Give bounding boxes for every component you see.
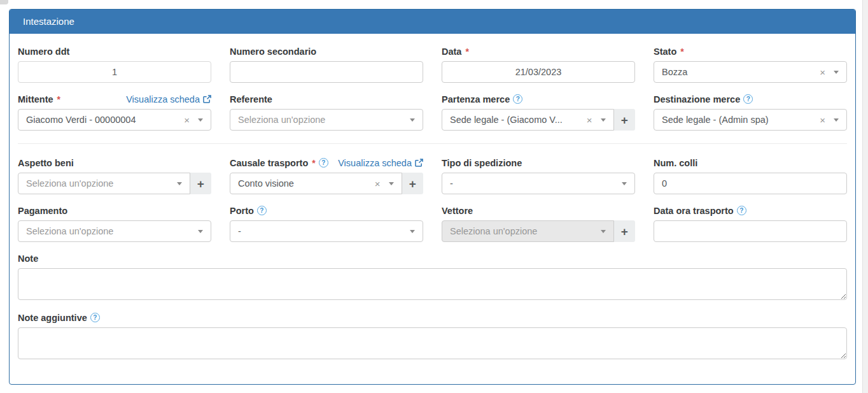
mittente-select-value: Giacomo Verdi - 00000004 (26, 115, 179, 125)
help-icon[interactable]: ? (90, 313, 100, 322)
aspetto-beni-select[interactable]: Seleziona un'opzione (18, 173, 190, 194)
external-link-icon (415, 159, 423, 167)
help-icon[interactable]: ? (737, 206, 746, 215)
intestazione-panel: Intestazione Numero ddt Numero secondari… (9, 9, 856, 385)
aspetto-beni-label: Aspetto beni (18, 158, 74, 168)
partenza-merce-add-button[interactable]: + (614, 109, 635, 131)
caret-down-icon (622, 182, 627, 185)
causale-trasporto-visualizza-scheda-link[interactable]: Visualizza scheda (338, 158, 423, 168)
tipo-spedizione-label: Tipo di spedizione (442, 158, 522, 168)
field-partenza-merce: Partenza merce? Sede legale - (Giacomo V… (442, 94, 635, 131)
mittente-select[interactable]: Giacomo Verdi - 00000004 × (18, 109, 211, 131)
form-row-3: Aspetto beni Seleziona un'opzione + Caus… (18, 157, 847, 194)
numero-ddt-input[interactable] (18, 61, 211, 83)
caret-down-icon (834, 71, 839, 74)
destinazione-merce-select-value: Sede legale - (Admin spa) (662, 115, 815, 125)
stato-label: Stato (654, 46, 676, 57)
help-icon[interactable]: ? (319, 158, 328, 168)
causale-trasporto-select[interactable]: Conto visione × (230, 173, 402, 194)
clear-icon[interactable]: × (820, 115, 825, 125)
field-destinazione-merce: Destinazione merce? Sede legale - (Admin… (654, 94, 847, 131)
field-pagamento: Pagamento Seleziona un'opzione (18, 205, 211, 242)
field-numero-ddt: Numero ddt (18, 46, 211, 83)
data-ora-trasporto-input[interactable] (654, 220, 847, 242)
tipo-spedizione-select[interactable]: - (442, 173, 635, 194)
clear-icon[interactable]: × (587, 115, 592, 125)
caret-down-icon (389, 182, 394, 185)
clear-icon[interactable]: × (820, 68, 825, 77)
referente-label: Referente (230, 94, 272, 104)
data-label: Data (442, 46, 461, 57)
clear-icon[interactable]: × (184, 115, 190, 125)
help-icon[interactable]: ? (743, 94, 753, 104)
link-label: Visualizza scheda (126, 94, 200, 104)
vettore-add-button[interactable]: + (614, 220, 635, 242)
field-numero-secondario: Numero secondario (230, 46, 423, 83)
porto-select-value: - (238, 226, 410, 236)
field-note: Note (18, 253, 847, 300)
causale-trasporto-label: Causale trasporto (230, 158, 308, 168)
field-data-ora-trasporto: Data ora trasporto? (654, 205, 847, 242)
caret-down-icon (601, 118, 606, 122)
vettore-select: Seleziona un'opzione (442, 220, 614, 242)
section-divider (18, 143, 847, 144)
caret-down-icon (198, 118, 203, 122)
panel-body: Numero ddt Numero secondario Data* Stato… (10, 34, 855, 380)
caret-down-icon (410, 230, 415, 233)
link-label: Visualizza scheda (338, 158, 412, 168)
pagamento-label: Pagamento (18, 206, 67, 216)
causale-trasporto-add-button[interactable]: + (402, 173, 423, 194)
data-ora-trasporto-label: Data ora trasporto (654, 206, 734, 216)
required-asterisk: * (57, 94, 60, 104)
panel-title: Intestazione (10, 10, 855, 34)
vettore-label: Vettore (442, 206, 473, 216)
required-asterisk: * (680, 46, 683, 57)
caret-down-icon (834, 118, 839, 122)
mittente-visualizza-scheda-link[interactable]: Visualizza scheda (126, 94, 211, 104)
stato-select[interactable]: Bozza × (654, 61, 847, 83)
num-colli-input[interactable] (654, 173, 847, 194)
tipo-spedizione-select-value: - (450, 178, 622, 189)
destinazione-merce-label: Destinazione merce (654, 94, 740, 104)
referente-select-placeholder: Seleziona un'opzione (238, 115, 410, 125)
external-link-icon (203, 95, 211, 103)
field-data: Data* (442, 46, 635, 83)
pagamento-select-placeholder: Seleziona un'opzione (26, 226, 198, 236)
help-icon[interactable]: ? (513, 94, 522, 104)
note-aggiuntive-textarea[interactable] (18, 327, 847, 359)
num-colli-label: Num. colli (654, 158, 697, 168)
destinazione-merce-select[interactable]: Sede legale - (Admin spa) × (654, 109, 847, 131)
help-icon[interactable]: ? (257, 206, 267, 215)
field-aspetto-beni: Aspetto beni Seleziona un'opzione + (18, 157, 211, 194)
form-row-2: Mittente* Visualizza scheda Giacomo Verd… (18, 94, 847, 131)
aspetto-beni-group: Seleziona un'opzione + (18, 173, 211, 194)
aspetto-beni-add-button[interactable]: + (190, 173, 211, 194)
numero-secondario-input[interactable] (230, 61, 423, 83)
numero-secondario-label: Numero secondario (230, 46, 316, 57)
partenza-merce-select[interactable]: Sede legale - (Giacomo V... × (442, 109, 614, 131)
scrolled-element-fragment (0, 0, 8, 4)
partenza-merce-group: Sede legale - (Giacomo V... × + (442, 109, 635, 131)
field-mittente: Mittente* Visualizza scheda Giacomo Verd… (18, 94, 211, 131)
causale-trasporto-group: Conto visione × + (230, 173, 423, 194)
pagamento-select[interactable]: Seleziona un'opzione (18, 220, 211, 242)
stato-select-value: Bozza (662, 67, 815, 77)
page-scrollbar-gutter[interactable] (862, 0, 868, 393)
numero-ddt-label: Numero ddt (18, 46, 69, 57)
field-tipo-spedizione: Tipo di spedizione - (442, 157, 635, 194)
clear-icon[interactable]: × (375, 179, 381, 189)
mittente-label: Mittente (18, 94, 53, 104)
data-input[interactable] (442, 61, 635, 83)
form-row-4: Pagamento Seleziona un'opzione Porto? - … (18, 205, 847, 242)
aspetto-beni-select-placeholder: Seleziona un'opzione (26, 178, 177, 189)
field-stato: Stato* Bozza × (654, 46, 847, 83)
required-asterisk: * (312, 158, 315, 168)
partenza-merce-label: Partenza merce (442, 94, 510, 104)
referente-select[interactable]: Seleziona un'opzione (230, 109, 423, 131)
note-textarea[interactable] (18, 268, 847, 300)
causale-trasporto-select-value: Conto visione (238, 178, 370, 189)
note-aggiuntive-label: Note aggiuntive (18, 313, 87, 323)
field-referente: Referente Seleziona un'opzione (230, 94, 423, 131)
porto-select[interactable]: - (230, 220, 423, 242)
partenza-merce-select-value: Sede legale - (Giacomo V... (450, 115, 582, 125)
